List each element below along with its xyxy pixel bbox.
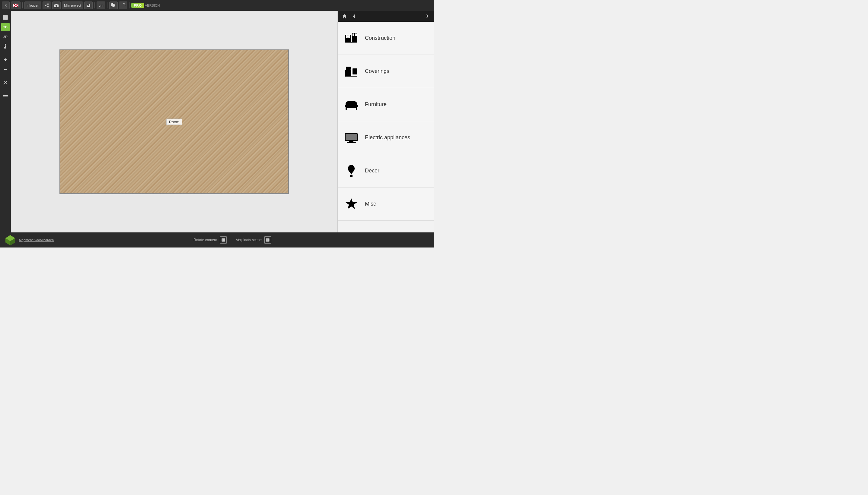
bottom-center: Rotate camera Verplaats scene — [194, 236, 271, 243]
share-button[interactable] — [43, 1, 51, 9]
version-label: VERSION — [145, 4, 160, 7]
svg-rect-30 — [346, 67, 346, 72]
room-floor[interactable]: Room — [60, 49, 289, 194]
main-area: 2D 3D — [0, 11, 434, 233]
electric-label: Electric appliances — [365, 134, 410, 141]
right-header-nav — [340, 12, 358, 20]
sidebar-back-button[interactable] — [350, 12, 358, 20]
svg-rect-38 — [349, 141, 354, 142]
category-furniture[interactable]: Furniture — [338, 88, 434, 121]
svg-line-3 — [46, 4, 48, 5]
svg-rect-31 — [353, 68, 357, 74]
room-container: Room — [60, 49, 289, 194]
view-3d-button[interactable]: 3D — [1, 33, 10, 41]
furniture-label: Furniture — [365, 101, 387, 108]
measure-button[interactable] — [1, 92, 10, 100]
login-label: Inloggen — [27, 4, 39, 7]
toolbar-separator-3 — [107, 2, 108, 8]
category-decor[interactable]: Decor — [338, 154, 434, 188]
svg-rect-39 — [347, 142, 356, 143]
svg-line-12 — [4, 81, 5, 83]
svg-marker-40 — [346, 198, 357, 209]
zoom-out-button[interactable] — [1, 65, 10, 73]
undo-button[interactable] — [109, 1, 118, 9]
svg-point-0 — [48, 4, 49, 4]
select-tool-button[interactable] — [1, 13, 10, 22]
svg-rect-25 — [353, 33, 354, 36]
sidebar-forward-button[interactable] — [423, 12, 431, 20]
pro-version-button[interactable]: PRO VERSION — [131, 1, 160, 9]
svg-line-15 — [5, 83, 7, 84]
toolbar-separator-2 — [95, 2, 95, 8]
rotate-camera-control: Rotate camera — [194, 236, 227, 243]
unit-label: cm — [99, 4, 103, 7]
svg-rect-45 — [222, 238, 225, 241]
right-sidebar-header — [338, 11, 434, 22]
svg-point-1 — [48, 6, 49, 7]
svg-line-4 — [46, 5, 48, 7]
category-coverings[interactable]: Coverings — [338, 55, 434, 88]
back-nav-button[interactable] — [2, 1, 10, 9]
bottom-bar: Algemene voorwaarden Rotate camera Verpl… — [0, 233, 434, 248]
bottom-left: Algemene voorwaarden — [5, 235, 54, 245]
electric-icon — [344, 130, 359, 145]
project-label: Mijn project — [64, 4, 81, 7]
svg-rect-22 — [346, 35, 348, 38]
app-logo — [5, 235, 16, 245]
pro-label: PRO — [131, 3, 144, 8]
expand-button[interactable] — [1, 79, 10, 87]
terms-link[interactable]: Algemene voorwaarden — [19, 238, 54, 242]
zoom-in-button[interactable] — [1, 55, 10, 64]
unit-button[interactable]: cm — [97, 1, 105, 9]
construction-label: Construction — [365, 35, 395, 41]
coverings-icon — [344, 64, 359, 79]
toolbar-separator — [22, 2, 23, 8]
category-construction[interactable]: Construction — [338, 22, 434, 55]
top-toolbar: Inloggen Mijn project cm — [0, 0, 434, 11]
svg-rect-37 — [346, 134, 357, 140]
svg-rect-33 — [346, 108, 347, 110]
svg-rect-23 — [348, 35, 350, 38]
decor-icon — [344, 164, 359, 178]
sidebar-home-button[interactable] — [340, 12, 348, 20]
svg-rect-27 — [345, 42, 357, 43]
decor-label: Decor — [365, 168, 379, 174]
svg-rect-5 — [3, 15, 7, 20]
save-button[interactable] — [84, 1, 93, 9]
coverings-label: Coverings — [365, 68, 389, 74]
move-scene-label: Verplaats scene — [236, 238, 262, 242]
3d-label: 3D — [3, 35, 7, 39]
rotate-camera-label: Rotate camera — [194, 238, 217, 242]
svg-line-13 — [5, 81, 7, 83]
svg-rect-34 — [356, 108, 357, 110]
misc-label: Misc — [365, 201, 376, 207]
category-misc[interactable]: Misc — [338, 188, 434, 221]
move-scene-control: Verplaats scene — [236, 236, 271, 243]
login-button[interactable]: Inloggen — [24, 1, 42, 9]
redo-button[interactable] — [119, 1, 127, 9]
svg-point-8 — [5, 44, 6, 45]
svg-point-2 — [45, 5, 46, 6]
language-button[interactable] — [11, 1, 20, 9]
right-sidebar: Construction Coverings — [338, 11, 434, 233]
svg-rect-29 — [346, 67, 351, 70]
rotate-camera-icon — [220, 236, 227, 243]
category-electric[interactable]: Electric appliances — [338, 121, 434, 154]
svg-line-14 — [4, 83, 5, 84]
construction-icon — [344, 31, 359, 46]
canvas-area[interactable]: Room — [11, 11, 338, 233]
2d-label: 2D — [3, 25, 7, 29]
camera-button[interactable] — [52, 1, 61, 9]
walk-mode-button[interactable] — [1, 42, 10, 51]
move-scene-icon — [264, 236, 271, 243]
toolbar-separator-4 — [129, 2, 130, 8]
furniture-icon — [344, 97, 359, 112]
svg-rect-26 — [355, 33, 357, 36]
view-2d-button[interactable]: 2D — [1, 23, 10, 31]
svg-rect-16 — [3, 95, 8, 97]
project-button[interactable]: Mijn project — [62, 1, 83, 9]
left-sidebar: 2D 3D — [0, 11, 11, 233]
room-label: Room — [166, 118, 182, 125]
misc-icon — [344, 197, 359, 211]
